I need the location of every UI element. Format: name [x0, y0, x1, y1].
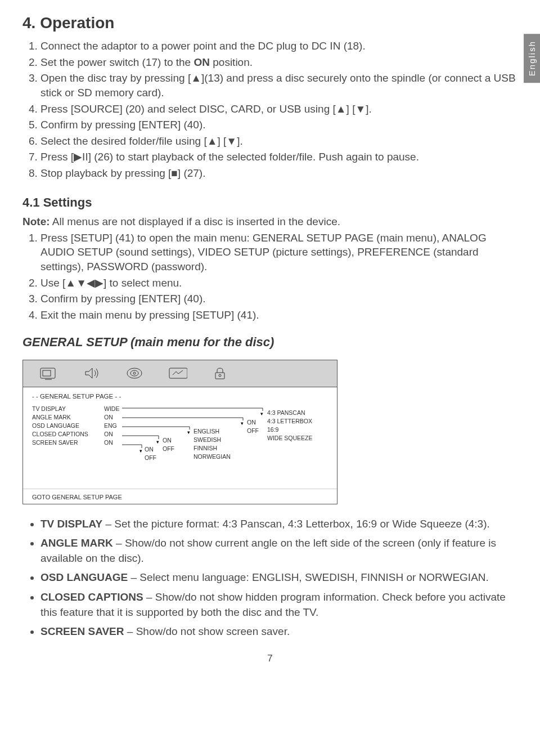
- on-bold: ON: [194, 56, 210, 68]
- tv-panscan: 4:3 PANSCAN: [267, 409, 313, 416]
- svg-rect-7: [215, 373, 224, 379]
- b0-bold: TV DISPLAY: [40, 518, 102, 530]
- svg-point-5: [133, 372, 136, 374]
- row4-label: SCREEN SAVER: [32, 439, 88, 446]
- ss-off: OFF: [145, 454, 156, 461]
- svg-point-3: [127, 368, 142, 378]
- settings-title: 4.1 Settings: [22, 195, 518, 210]
- b2-bold: OSD LANGUAGE: [40, 571, 128, 583]
- b4-bold: SCREEN SAVER: [40, 625, 124, 637]
- step-7: Press [▶II] (26) to start playback of th…: [40, 150, 518, 164]
- step-3: Open the disc tray by pressing [▲](13) a…: [40, 71, 518, 100]
- diagram-iconbar: [23, 360, 337, 387]
- row2-label: OSD LANGUAGE: [32, 422, 88, 429]
- ss-opts: ON OFF: [145, 446, 156, 461]
- step-2: Set the power switch (17) to the ON posi…: [40, 55, 518, 70]
- settings-step-2: Use [▲▼◀▶] to select menu.: [40, 276, 518, 290]
- svg-point-4: [130, 370, 138, 376]
- osd-swedish: SWEDISH: [194, 436, 231, 443]
- diagram-body: - - GENERAL SETUP PAGE - - TV DISPLAY AN…: [23, 387, 337, 489]
- tv-letterbox: 4:3 LETTERBOX: [267, 418, 313, 424]
- row3-label: CLOSED CAPTIONS: [32, 431, 88, 437]
- tv-wide: WIDE SQUEEZE: [267, 435, 313, 441]
- diagram-header: - - GENERAL SETUP PAGE - -: [32, 393, 328, 400]
- page-number: 7: [22, 653, 518, 664]
- row1-val: ON: [104, 414, 119, 421]
- svg-text:▾: ▾: [187, 430, 190, 435]
- settings-step-3: Confirm by pressing [ENTER] (40).: [40, 292, 518, 306]
- b1-bold: ANGLE MARK: [40, 537, 113, 549]
- row0-val: WIDE: [104, 405, 119, 412]
- video-icon: [124, 365, 145, 382]
- settings-note: Note: All menus are not displayed if a d…: [22, 216, 518, 228]
- bullet-osd: OSD LANGUAGE – Select menu language: ENG…: [40, 570, 518, 585]
- bullet-ss: SCREEN SAVER – Show/do not show screen s…: [40, 624, 518, 639]
- osd-norwegian: NORWEGIAN: [194, 453, 231, 460]
- bullet-cc: CLOSED CAPTIONS – Show/do not show hidde…: [40, 590, 518, 620]
- svg-rect-6: [169, 368, 187, 378]
- cc-off: OFF: [163, 445, 174, 452]
- row2-val: ENG: [104, 422, 119, 429]
- section-title: 4. Operation: [22, 14, 518, 32]
- password-icon: [210, 365, 230, 382]
- step-1: Connect the adaptor to a power point and…: [40, 39, 518, 53]
- svg-point-8: [219, 374, 221, 377]
- svg-text:▾: ▾: [241, 421, 244, 426]
- step-4: Press [SOURCE] (20) and select DISC, CAR…: [40, 102, 518, 117]
- bullet-angle: ANGLE MARK – Show/do not show current an…: [40, 536, 518, 566]
- step-8: Stop playback by pressing [■] (27).: [40, 166, 518, 181]
- angle-on: ON: [247, 419, 259, 426]
- preference-icon: [167, 365, 187, 382]
- b3-bold: CLOSED CAPTIONS: [40, 591, 143, 603]
- note-bold: Note:: [22, 216, 50, 227]
- settings-steps: Press [SETUP] (41) to open the main menu…: [22, 231, 518, 323]
- cc-opts: ON OFF: [163, 437, 174, 452]
- row0-label: TV DISPLAY: [32, 405, 88, 412]
- row4-val: ON: [104, 439, 119, 446]
- settings-step-1: Press [SETUP] (41) to open the main menu…: [40, 231, 518, 274]
- osd-english: ENGLISH: [194, 428, 231, 435]
- angle-opts: ON OFF: [247, 419, 259, 434]
- b2-text: – Select menu language: ENGLISH, SWEDISH…: [128, 571, 489, 583]
- ss-on: ON: [145, 446, 156, 453]
- bullet-tv: TV DISPLAY – Set the picture format: 4:3…: [40, 517, 518, 532]
- note-text: All menus are not displayed if a disc is…: [50, 216, 340, 227]
- svg-text:▾: ▾: [156, 439, 159, 445]
- tv-169: 16:9: [267, 426, 313, 433]
- b4-text: – Show/do not show screen saver.: [124, 625, 290, 637]
- step-5: Confirm by pressing [ENTER] (40).: [40, 118, 518, 132]
- svg-rect-1: [43, 370, 51, 376]
- row1-label: ANGLE MARK: [32, 414, 88, 421]
- row3-val: ON: [104, 431, 119, 437]
- tv-opts: 4:3 PANSCAN 4:3 LETTERBOX 16:9 WIDE SQUE…: [267, 409, 313, 441]
- values-col: WIDE ON ENG ON ON: [104, 405, 119, 446]
- language-tab: English: [524, 34, 540, 83]
- b0-text: – Set the picture format: 4:3 Panscan, 4…: [102, 518, 490, 530]
- svg-text:▾: ▾: [260, 411, 263, 417]
- setup-diagram: - - GENERAL SETUP PAGE - - TV DISPLAY AN…: [22, 360, 338, 504]
- svg-text:▾: ▾: [140, 448, 142, 454]
- osd-finnish: FINNISH: [194, 445, 231, 451]
- cc-on: ON: [163, 437, 174, 444]
- audio-icon: [82, 365, 102, 382]
- labels-col: TV DISPLAY ANGLE MARK OSD LANGUAGE CLOSE…: [32, 405, 88, 446]
- bullet-list: TV DISPLAY – Set the picture format: 4:3…: [22, 517, 518, 639]
- step-6: Select the desired folder/file using [▲]…: [40, 134, 518, 149]
- osd-opts: ENGLISH SWEDISH FINNISH NORWEGIAN: [194, 428, 231, 460]
- angle-off: OFF: [247, 427, 259, 434]
- diagram-footer: GOTO GENERAL SETUP PAGE: [23, 489, 337, 504]
- operation-steps: Connect the adaptor to a power point and…: [22, 39, 518, 181]
- general-setup-heading: GENERAL SETUP (main menu for the disc): [22, 335, 518, 350]
- settings-step-4: Exit the main menu by pressing [SETUP] (…: [40, 308, 518, 323]
- general-icon: [39, 365, 59, 382]
